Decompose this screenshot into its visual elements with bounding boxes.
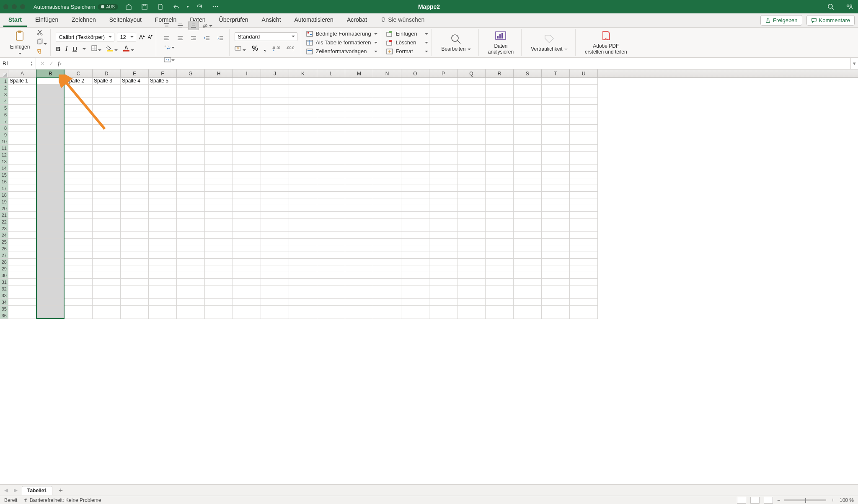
cell[interactable] bbox=[429, 118, 457, 125]
cell[interactable] bbox=[121, 98, 149, 105]
cell[interactable] bbox=[121, 306, 149, 312]
cell[interactable] bbox=[429, 292, 457, 299]
cell[interactable] bbox=[93, 158, 121, 165]
cell[interactable] bbox=[121, 111, 149, 118]
cell[interactable] bbox=[457, 91, 486, 98]
cell[interactable] bbox=[570, 285, 598, 292]
cell[interactable] bbox=[121, 279, 149, 285]
column-header[interactable]: H bbox=[205, 69, 233, 77]
cell[interactable] bbox=[317, 259, 345, 265]
cell[interactable] bbox=[429, 98, 457, 105]
cell[interactable] bbox=[542, 265, 570, 272]
cell[interactable] bbox=[542, 306, 570, 312]
cell[interactable] bbox=[289, 205, 317, 212]
cell[interactable] bbox=[177, 285, 205, 292]
cell[interactable] bbox=[429, 91, 457, 98]
cell[interactable] bbox=[401, 279, 429, 285]
cell[interactable] bbox=[205, 152, 233, 158]
cell[interactable] bbox=[8, 158, 36, 165]
cell[interactable] bbox=[429, 285, 457, 292]
cell[interactable] bbox=[542, 285, 570, 292]
align-center-icon[interactable] bbox=[175, 33, 186, 43]
cell[interactable] bbox=[233, 192, 261, 198]
cell[interactable] bbox=[514, 145, 542, 152]
cell[interactable] bbox=[205, 232, 233, 239]
cell[interactable] bbox=[401, 259, 429, 265]
more-icon[interactable] bbox=[210, 2, 221, 11]
cell[interactable] bbox=[429, 131, 457, 138]
cell[interactable] bbox=[542, 192, 570, 198]
cell[interactable] bbox=[514, 178, 542, 185]
cell[interactable] bbox=[373, 272, 401, 279]
cell[interactable] bbox=[429, 105, 457, 111]
cell[interactable] bbox=[570, 245, 598, 252]
cell[interactable] bbox=[93, 111, 121, 118]
cell[interactable] bbox=[121, 232, 149, 239]
cell[interactable] bbox=[373, 285, 401, 292]
cell[interactable] bbox=[289, 165, 317, 172]
cell[interactable] bbox=[8, 272, 36, 279]
align-bottom-icon[interactable] bbox=[188, 21, 199, 30]
cell[interactable] bbox=[345, 232, 373, 239]
cell[interactable] bbox=[8, 306, 36, 312]
cell[interactable] bbox=[542, 158, 570, 165]
decrease-indent-icon[interactable] bbox=[202, 33, 212, 43]
fx-icon[interactable]: fx bbox=[58, 60, 62, 67]
cell[interactable] bbox=[65, 192, 93, 198]
cell[interactable] bbox=[542, 91, 570, 98]
cell[interactable] bbox=[514, 225, 542, 232]
cell[interactable] bbox=[289, 232, 317, 239]
cell[interactable] bbox=[457, 85, 486, 91]
cell[interactable] bbox=[261, 205, 289, 212]
cell[interactable] bbox=[177, 225, 205, 232]
cell[interactable] bbox=[317, 225, 345, 232]
cell[interactable] bbox=[93, 178, 121, 185]
cell[interactable] bbox=[373, 85, 401, 91]
cell[interactable] bbox=[570, 225, 598, 232]
cell[interactable] bbox=[401, 299, 429, 306]
cell[interactable] bbox=[93, 292, 121, 299]
cell[interactable] bbox=[429, 178, 457, 185]
cell[interactable] bbox=[8, 172, 36, 178]
cell[interactable] bbox=[149, 85, 177, 91]
cell[interactable] bbox=[345, 245, 373, 252]
formula-expand-icon[interactable]: ▾ bbox=[850, 58, 858, 69]
cell[interactable] bbox=[36, 192, 65, 198]
cell[interactable] bbox=[65, 312, 93, 319]
cell[interactable] bbox=[486, 239, 514, 245]
cell[interactable] bbox=[514, 285, 542, 292]
cell[interactable] bbox=[205, 205, 233, 212]
cell[interactable] bbox=[401, 205, 429, 212]
cell[interactable] bbox=[486, 212, 514, 219]
cell[interactable] bbox=[486, 225, 514, 232]
cell[interactable] bbox=[121, 145, 149, 152]
cell[interactable] bbox=[317, 131, 345, 138]
cell[interactable] bbox=[457, 306, 486, 312]
cell[interactable] bbox=[261, 178, 289, 185]
cell[interactable] bbox=[233, 292, 261, 299]
row-header[interactable]: 1 bbox=[0, 78, 8, 85]
autosave-state[interactable]: AUS bbox=[98, 4, 118, 10]
cell[interactable] bbox=[317, 219, 345, 225]
cell[interactable] bbox=[570, 205, 598, 212]
row-header[interactable]: 2 bbox=[0, 85, 8, 91]
row-header[interactable]: 18 bbox=[0, 192, 8, 198]
cell[interactable] bbox=[514, 252, 542, 259]
cell[interactable] bbox=[401, 118, 429, 125]
row-header[interactable]: 20 bbox=[0, 205, 8, 212]
spreadsheet-grid[interactable]: ABCDEFGHIJKLMNOPQRSTU 1Spalte 1Spalte 2S… bbox=[0, 69, 858, 484]
cell[interactable] bbox=[65, 239, 93, 245]
column-header[interactable]: A bbox=[8, 69, 36, 77]
cell[interactable] bbox=[457, 111, 486, 118]
cell[interactable] bbox=[93, 245, 121, 252]
cell[interactable] bbox=[149, 306, 177, 312]
cell[interactable] bbox=[457, 312, 486, 319]
cell[interactable] bbox=[401, 312, 429, 319]
cell[interactable] bbox=[317, 299, 345, 306]
cell[interactable] bbox=[177, 158, 205, 165]
cell[interactable] bbox=[177, 192, 205, 198]
cell[interactable] bbox=[289, 225, 317, 232]
cell[interactable] bbox=[65, 165, 93, 172]
cell[interactable] bbox=[345, 98, 373, 105]
cell[interactable] bbox=[8, 192, 36, 198]
